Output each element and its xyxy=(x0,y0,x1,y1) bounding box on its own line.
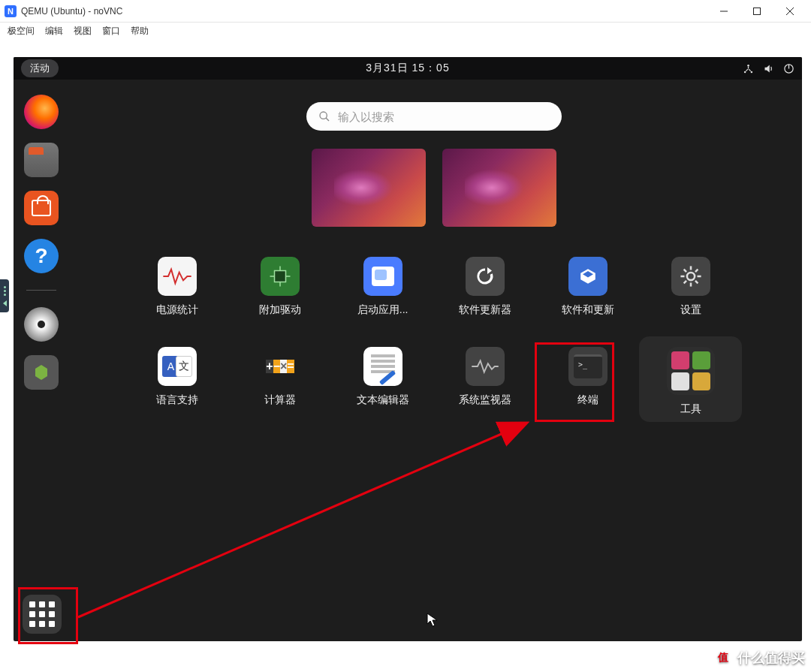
tools-folder-icon xyxy=(667,347,715,395)
text-editor-icon xyxy=(363,347,402,386)
svg-point-5 xyxy=(744,71,746,73)
activities-overview: 电源统计 附加驱动 启动应用... 软件更新器 xyxy=(74,87,794,634)
app-text-editor[interactable]: 文本编辑器 xyxy=(331,347,434,422)
menu-item[interactable]: 编辑 xyxy=(45,25,63,38)
svg-rect-11 xyxy=(274,271,285,282)
menu-item[interactable]: 窗口 xyxy=(102,25,120,38)
workspace-switcher xyxy=(74,149,794,227)
maximize-button[interactable] xyxy=(740,0,773,23)
menu-bar: 极空间 编辑 视图 窗口 帮助 xyxy=(0,23,811,39)
watermark-text: 什么值得买 xyxy=(737,649,805,667)
svg-line-21 xyxy=(683,270,686,272)
app-calculator[interactable]: +−×= 计算器 xyxy=(229,347,332,422)
application-grid: 电源统计 附加驱动 启动应用... 软件更新器 xyxy=(126,257,742,422)
startup-apps-icon xyxy=(363,257,402,296)
workspace-thumbnail[interactable] xyxy=(442,149,556,227)
svg-rect-1 xyxy=(754,8,761,14)
svg-point-16 xyxy=(687,273,695,280)
system-monitor-icon xyxy=(466,347,505,386)
power-icon xyxy=(783,63,794,74)
power-statistics-icon xyxy=(158,257,197,296)
terminal-icon xyxy=(568,347,607,386)
drivers-icon xyxy=(261,257,300,296)
app-system-monitor[interactable]: 系统监视器 xyxy=(434,347,537,422)
window-title: QEMU (Ubuntu) - noVNC xyxy=(21,6,122,17)
app-folder-tools[interactable]: 工具 xyxy=(639,336,742,422)
dock-help[interactable]: ? xyxy=(24,239,59,273)
svg-line-22 xyxy=(695,281,698,283)
app-startup-applications[interactable]: 启动应用... xyxy=(331,257,434,317)
watermark: 值 什么值得买 xyxy=(713,648,805,667)
svg-point-6 xyxy=(751,71,753,73)
dock-trash[interactable] xyxy=(24,355,59,390)
show-applications-button[interactable] xyxy=(23,595,62,634)
language-support-icon: A文 xyxy=(158,347,197,386)
novnc-panel-tab[interactable] xyxy=(0,279,9,312)
window-titlebar: N QEMU (Ubuntu) - noVNC xyxy=(0,0,811,23)
ubuntu-desktop: 活动 3月31日 15：05 ? xyxy=(14,57,802,641)
watermark-badge: 值 xyxy=(713,648,733,667)
clock[interactable]: 3月31日 15：05 xyxy=(366,62,449,75)
software-updater-icon xyxy=(466,257,505,296)
settings-icon xyxy=(671,257,710,296)
dock-disk[interactable] xyxy=(24,307,59,342)
app-power-statistics[interactable]: 电源统计 xyxy=(126,257,229,317)
app-software-updater[interactable]: 软件更新器 xyxy=(434,257,537,317)
search-icon xyxy=(318,110,330,122)
network-icon xyxy=(743,63,754,74)
dock-files[interactable] xyxy=(24,143,59,177)
search-bar[interactable] xyxy=(306,102,562,131)
dock-software-store[interactable] xyxy=(24,191,59,225)
dock-separator xyxy=(26,290,56,291)
app-icon: N xyxy=(5,5,17,17)
svg-line-23 xyxy=(695,270,698,272)
menu-item[interactable]: 帮助 xyxy=(131,25,149,38)
app-terminal[interactable]: 终端 xyxy=(537,347,640,422)
menu-item[interactable]: 视图 xyxy=(74,25,92,38)
volume-icon xyxy=(763,63,774,74)
svg-line-10 xyxy=(326,118,329,121)
app-settings[interactable]: 设置 xyxy=(639,257,742,317)
app-additional-drivers[interactable]: 附加驱动 xyxy=(229,257,332,317)
svg-point-9 xyxy=(320,112,327,119)
svg-line-24 xyxy=(683,281,686,283)
activities-button[interactable]: 活动 xyxy=(21,59,59,77)
app-language-support[interactable]: A文 语言支持 xyxy=(126,347,229,422)
software-sources-icon xyxy=(568,257,607,296)
app-software-sources[interactable]: 软件和更新 xyxy=(537,257,640,317)
dock: ? xyxy=(20,86,63,390)
close-button[interactable] xyxy=(773,0,806,23)
gnome-top-bar: 活动 3月31日 15：05 xyxy=(14,57,802,80)
minimize-button[interactable] xyxy=(707,0,740,23)
search-input[interactable] xyxy=(338,110,550,123)
menu-item[interactable]: 极空间 xyxy=(8,25,35,38)
dock-firefox[interactable] xyxy=(24,95,59,129)
mouse-cursor xyxy=(427,613,439,631)
workspace-thumbnail[interactable] xyxy=(312,149,426,227)
svg-point-4 xyxy=(747,64,749,66)
calculator-icon: +−×= xyxy=(261,347,300,386)
system-tray[interactable] xyxy=(743,63,794,74)
